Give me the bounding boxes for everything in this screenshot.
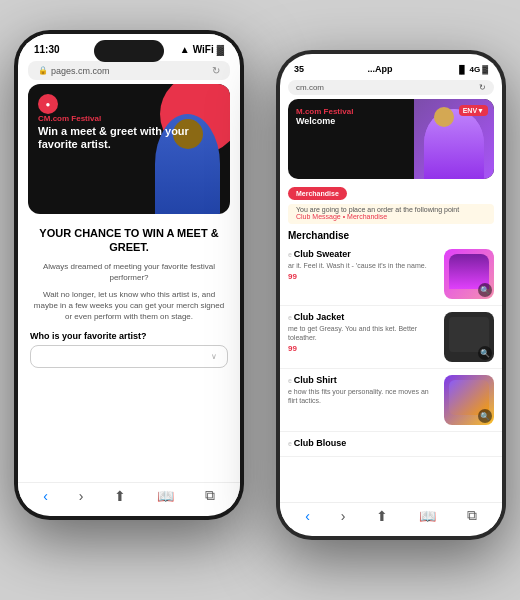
forward-icon-left[interactable]: › [79,488,84,504]
hero-left: ● CM.com Festival Win a meet & greet wit… [28,84,230,214]
bottom-bar-right: ‹ › ⬆ 📖 ⧉ [280,502,502,528]
hero-content-right: M.com Festival Welcome [288,99,494,134]
breadcrumb-link[interactable]: Club Message • Merchandise [296,213,387,220]
time-left: 11:30 [34,44,60,55]
address-bar-left[interactable]: 🔒 pages.cm.com ↻ [28,61,230,80]
breadcrumb-text: You are going to place an order at the f… [296,206,459,213]
content-left: YOUR CHANCE TO WIN A MEET & GREET. Alway… [18,218,240,376]
back-icon-right[interactable]: ‹ [305,508,310,524]
phone-right: 35 ...App ▐▌ 4G ▓ cm.com ↻ M.com Festiva… [276,50,506,540]
merch-image-shirt[interactable]: 🔍 [444,375,494,425]
hero-brand-right: M.com Festival [296,107,486,116]
sub-text-left: Always dreamed of meeting your favorite … [30,261,228,283]
screen-right: 35 ...App ▐▌ 4G ▓ cm.com ↻ M.com Festiva… [280,54,502,536]
back-icon-left[interactable]: ‹ [43,488,48,504]
phone-left: 11:30 ▲ WiFi ▓ 🔒 pages.cm.com ↻ ● [14,30,244,520]
refresh-icon-left[interactable]: ↻ [212,65,220,76]
hero-sub-right: Welcome [296,116,486,126]
merch-name-blouse: e Club Blouse [288,438,494,448]
forward-icon-right[interactable]: › [341,508,346,524]
zoom-icon-sweater[interactable]: 🔍 [478,283,492,297]
merch-text-blouse: e Club Blouse [288,438,494,450]
chevron-down-icon: ∨ [211,352,217,361]
bottom-bar-left: ‹ › ⬆ 📖 ⧉ [18,482,240,508]
tabs-icon-right[interactable]: ⧉ [467,507,477,524]
hero-logo: ● [38,94,58,114]
app-label-right: ...App [368,64,393,74]
merch-name-jacket: e Club Jacket [288,312,438,322]
merch-item-jacket: e Club Jacket me to get Greasy. You and … [280,306,502,369]
merch-desc-sweater: ar it. Feel it. Wash it - 'cause it's in… [288,261,438,270]
question-label-left: Who is your favorite artist? [30,331,228,341]
merch-text-sweater: e Club Sweater ar it. Feel it. Wash it -… [288,249,438,281]
hero-brand-left: CM.com Festival [38,114,230,123]
screen-left: 11:30 ▲ WiFi ▓ 🔒 pages.cm.com ↻ ● [18,34,240,516]
merch-item-shirt: e Club Shirt e how this fits your person… [280,369,502,432]
signal-bars-right: ▐▌ [456,65,467,74]
merch-name-sweater: e Club Sweater [288,249,438,259]
status-icons-left: ▲ WiFi ▓ [180,44,224,55]
merch-desc-jacket: me to get Greasy. You and this ket. Bett… [288,324,438,342]
share-icon-right[interactable]: ⬆ [376,508,388,524]
hero-right: M.com Festival Welcome ENV▼ [288,99,494,179]
zoom-icon-jacket[interactable]: 🔍 [478,346,492,360]
battery-right: ▓ [482,65,488,74]
section-title-right: Merchandise [280,224,502,243]
zoom-icon-shirt[interactable]: 🔍 [478,409,492,423]
time-right: 35 [294,64,304,74]
merch-name-shirt: e Club Shirt [288,375,438,385]
url-right: cm.com [296,83,324,92]
address-bar-right[interactable]: cm.com ↻ [288,80,494,95]
hero-heading-left: Win a meet & greet with your favorite ar… [38,125,230,151]
merch-price-sweater: 99 [288,272,438,281]
body-text-left: Wait no longer, let us know who this art… [30,289,228,323]
main-title-left: YOUR CHANCE TO WIN A MEET & GREET. [30,226,228,255]
merch-image-jacket[interactable]: 🔍 [444,312,494,362]
4g-icon-right: 4G [469,65,480,74]
bookmarks-icon-left[interactable]: 📖 [157,488,174,504]
lock-icon-left: 🔒 [38,66,48,75]
tab-bar-right: Merchandise [280,183,502,204]
merch-text-jacket: e Club Jacket me to get Greasy. You and … [288,312,438,353]
tabs-icon-left[interactable]: ⧉ [205,487,215,504]
status-bar-right: 35 ...App ▐▌ 4G ▓ [280,54,502,78]
share-icon-left[interactable]: ⬆ [114,488,126,504]
merch-item-blouse: e Club Blouse [280,432,502,457]
tab-merchandise[interactable]: Merchandise [288,187,347,200]
battery-icon-left: ▓ [217,44,224,55]
notch-left [94,40,164,62]
bookmarks-icon-right[interactable]: 📖 [419,508,436,524]
dropdown-left[interactable]: ∨ [30,345,228,368]
wifi-icon-left: WiFi [193,44,214,55]
hero-text: CM.com Festival Win a meet & greet with … [38,114,230,151]
merch-item-sweater: e Club Sweater ar it. Feel it. Wash it -… [280,243,502,306]
merch-image-sweater[interactable]: 🔍 [444,249,494,299]
signal-icons-right: ▐▌ 4G ▓ [456,65,488,74]
refresh-icon-right[interactable]: ↻ [479,83,486,92]
url-left: pages.cm.com [51,66,110,76]
merch-text-shirt: e Club Shirt e how this fits your person… [288,375,438,405]
merch-desc-shirt: e how this fits your personality. nce mo… [288,387,438,405]
scene: 11:30 ▲ WiFi ▓ 🔒 pages.cm.com ↻ ● [0,0,520,600]
signal-icon-left: ▲ [180,44,190,55]
merch-price-jacket: 99 [288,344,438,353]
breadcrumb-right: You are going to place an order at the f… [288,204,494,224]
